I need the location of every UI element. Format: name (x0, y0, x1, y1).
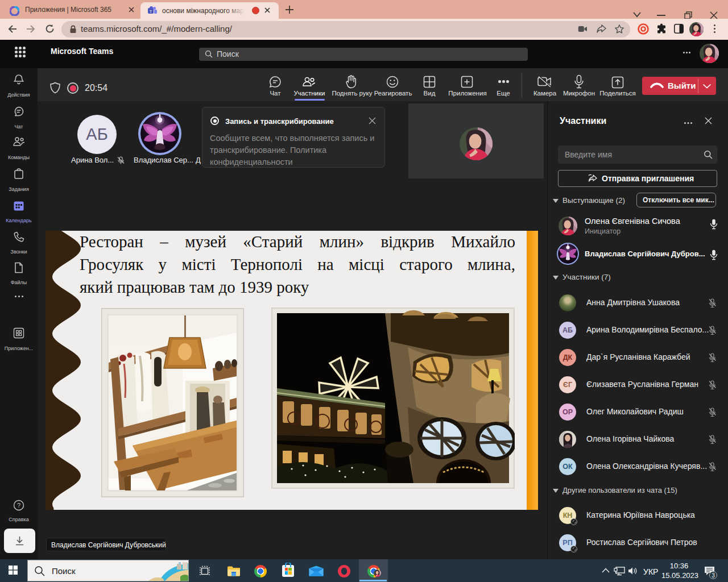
svg-text:?: ? (17, 502, 20, 509)
svg-text:T: T (150, 9, 152, 14)
